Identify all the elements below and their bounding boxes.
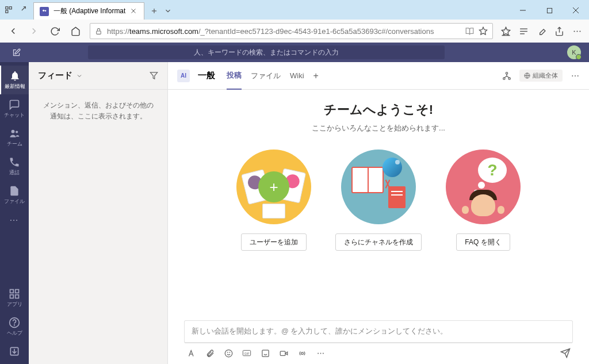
welcome-title: チームへようこそ! bbox=[168, 101, 589, 118]
svg-point-43 bbox=[225, 350, 232, 357]
feed-header: フィード bbox=[29, 62, 167, 90]
svg-rect-30 bbox=[16, 294, 19, 298]
compose-input[interactable]: 新しい会話を開始します。@ を入力して、誰かにメンションしてください。 bbox=[184, 320, 573, 343]
org-scope-badge[interactable]: 組織全体 bbox=[519, 70, 563, 82]
more-icon[interactable] bbox=[315, 348, 326, 358]
home-button[interactable] bbox=[69, 25, 82, 37]
teams-favicon bbox=[40, 7, 49, 16]
svg-point-42 bbox=[577, 75, 579, 76]
giphy-icon[interactable]: GIF bbox=[242, 348, 252, 358]
set-aside-icon[interactable] bbox=[18, 6, 26, 14]
org-chart-icon[interactable] bbox=[502, 71, 511, 81]
rail-teams[interactable]: チーム bbox=[0, 123, 29, 152]
add-users-button[interactable]: ユーザーを追加 bbox=[241, 233, 307, 251]
search-input[interactable]: 人、キーワードの検索、またはコマンドの入力 bbox=[88, 45, 445, 59]
back-button[interactable] bbox=[7, 25, 20, 37]
svg-point-5 bbox=[45, 10, 47, 12]
compose-icon[interactable] bbox=[8, 46, 24, 59]
chevron-down-icon[interactable] bbox=[164, 7, 172, 15]
reading-view-icon[interactable] bbox=[465, 27, 474, 36]
svg-rect-49 bbox=[280, 351, 285, 355]
welcome-subtitle: ここからいろんなことを始められます... bbox=[168, 123, 589, 133]
svg-rect-28 bbox=[16, 289, 19, 293]
svg-point-53 bbox=[320, 352, 321, 354]
rail-activity[interactable]: 最新情報 bbox=[0, 66, 29, 94]
create-channels-button[interactable]: さらにチャネルを作成 bbox=[335, 233, 422, 251]
format-icon[interactable] bbox=[186, 348, 197, 358]
svg-line-3 bbox=[22, 7, 25, 10]
stream-icon[interactable] bbox=[297, 348, 307, 358]
svg-text:GIF: GIF bbox=[244, 352, 250, 355]
svg-rect-1 bbox=[9, 7, 12, 9]
attachment-icon[interactable] bbox=[205, 348, 215, 358]
url-host: teams.microsoft.com bbox=[129, 27, 198, 36]
add-users-illustration: + bbox=[236, 150, 311, 224]
emoji-icon[interactable] bbox=[223, 348, 234, 358]
svg-point-36 bbox=[506, 72, 507, 74]
tab-files[interactable]: ファイル bbox=[251, 63, 281, 89]
close-icon[interactable] bbox=[130, 7, 138, 16]
rail-help[interactable]: ヘルプ bbox=[0, 315, 29, 343]
svg-point-52 bbox=[318, 352, 319, 354]
more-icon[interactable] bbox=[571, 71, 580, 81]
svg-point-26 bbox=[16, 131, 18, 133]
sticker-icon[interactable] bbox=[260, 348, 270, 358]
channel-header: AI 一般 投稿 ファイル Wiki + 組織全体 bbox=[168, 62, 589, 90]
compose-toolbar: GIF bbox=[184, 343, 573, 358]
reading-list-icon[interactable] bbox=[519, 26, 529, 36]
svg-marker-15 bbox=[479, 27, 487, 35]
window-minimize[interactable] bbox=[510, 1, 536, 20]
create-channels-illustration bbox=[341, 150, 416, 224]
rail-apps[interactable]: アプリ bbox=[0, 286, 29, 315]
tab-bar: 一般 (Adaptive Informat bbox=[0, 0, 589, 20]
rail-calls[interactable]: 通話 bbox=[0, 152, 29, 181]
browser-tab[interactable]: 一般 (Adaptive Informat bbox=[33, 2, 144, 20]
tab-list-icon[interactable] bbox=[5, 6, 13, 14]
more-icon[interactable] bbox=[572, 26, 582, 36]
svg-point-45 bbox=[230, 352, 230, 352]
team-icon[interactable]: AI bbox=[177, 70, 190, 82]
chevron-down-icon[interactable] bbox=[76, 72, 83, 79]
app-rail: 最新情報 チャット チーム 通話 ファイル … アプリ ヘルプ bbox=[0, 62, 29, 364]
faq-illustration: ? bbox=[446, 150, 521, 224]
svg-point-25 bbox=[12, 129, 15, 133]
rail-download[interactable] bbox=[0, 343, 29, 364]
new-tab-button[interactable] bbox=[150, 7, 158, 15]
open-faq-button[interactable]: FAQ を開く bbox=[456, 233, 510, 251]
rail-files[interactable]: ファイル bbox=[0, 181, 29, 209]
tab-wiki[interactable]: Wiki bbox=[290, 63, 304, 88]
url-path: /_?tenantId=eec57123-d9ec-4543-91e1-6c5a… bbox=[198, 27, 434, 36]
feed-title: フィード bbox=[38, 70, 72, 81]
notes-icon[interactable] bbox=[537, 26, 546, 36]
star-icon[interactable] bbox=[479, 26, 488, 36]
svg-rect-14 bbox=[97, 30, 101, 33]
lock-icon bbox=[95, 28, 102, 35]
channel-name: 一般 bbox=[198, 70, 215, 81]
send-button[interactable] bbox=[560, 348, 571, 358]
channel-content: AI 一般 投稿 ファイル Wiki + 組織全体 チームへようこそ! ここから… bbox=[168, 62, 589, 364]
svg-marker-16 bbox=[502, 27, 510, 35]
window-close[interactable] bbox=[563, 1, 589, 20]
svg-point-40 bbox=[572, 75, 573, 76]
svg-point-54 bbox=[322, 352, 323, 354]
svg-point-37 bbox=[503, 78, 505, 79]
filter-icon[interactable] bbox=[150, 71, 158, 80]
url-input[interactable]: https://teams.microsoft.com/_?tenantId=e… bbox=[90, 23, 493, 39]
svg-point-4 bbox=[43, 9, 44, 11]
tab-title: 一般 (Adaptive Informat bbox=[53, 6, 125, 16]
browser-chrome: 一般 (Adaptive Informat https://teams.micr… bbox=[0, 0, 589, 43]
address-bar: https://teams.microsoft.com/_?tenantId=e… bbox=[0, 20, 589, 43]
forward-button[interactable] bbox=[28, 25, 40, 37]
rail-chat[interactable]: チャット bbox=[0, 94, 29, 123]
window-maximize[interactable] bbox=[536, 1, 563, 20]
meet-now-icon[interactable] bbox=[278, 348, 289, 358]
tab-posts[interactable]: 投稿 bbox=[227, 62, 242, 90]
share-icon[interactable] bbox=[554, 26, 564, 36]
avatar[interactable]: K bbox=[567, 45, 581, 59]
card-create-channels: さらにチャネルを作成 bbox=[335, 150, 422, 251]
feed-panel: フィード メンション、返信、およびその他の通知は、ここに表示されます。 bbox=[29, 62, 168, 364]
add-tab-button[interactable]: + bbox=[313, 71, 319, 81]
refresh-button[interactable] bbox=[48, 25, 61, 37]
favorites-icon[interactable] bbox=[501, 26, 511, 36]
rail-more[interactable]: … bbox=[0, 209, 29, 227]
